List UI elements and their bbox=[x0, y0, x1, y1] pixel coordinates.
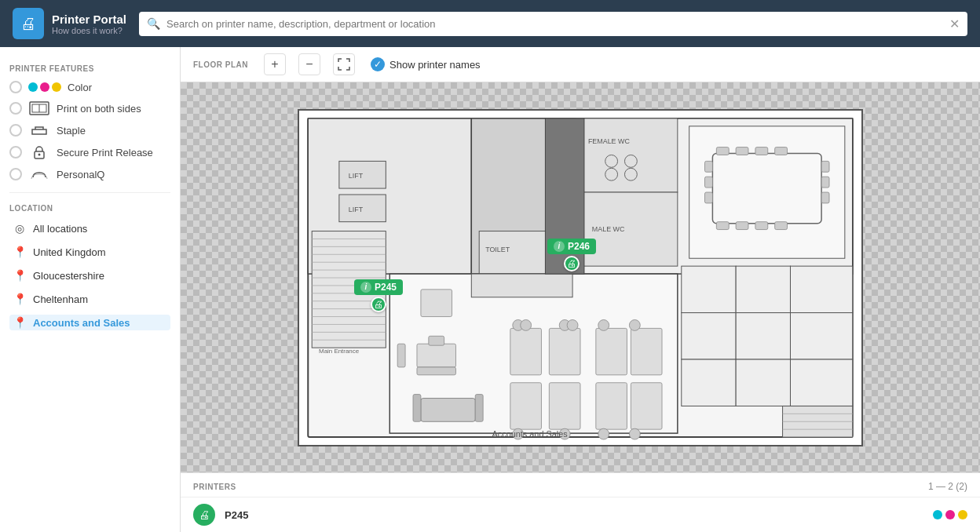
printer-row-icon-p245: 🖨 bbox=[193, 504, 215, 526]
location-cheltenham-label: Cheltenham bbox=[33, 293, 88, 305]
location-uk[interactable]: 📍 United Kingdom bbox=[9, 244, 170, 260]
svg-rect-87 bbox=[596, 382, 627, 428]
show-names-toggle[interactable]: ✓ Show printer names bbox=[371, 57, 481, 71]
feature-radio-color[interactable] bbox=[9, 81, 22, 93]
location-all-icon: ◎ bbox=[13, 222, 27, 235]
svg-rect-43 bbox=[755, 147, 768, 155]
svg-rect-63 bbox=[790, 359, 852, 406]
sidebar-divider bbox=[9, 192, 170, 193]
svg-rect-73 bbox=[421, 398, 475, 421]
logo-text: Printer Portal How does it work? bbox=[52, 13, 126, 35]
feature-radio-personalq[interactable] bbox=[9, 168, 22, 180]
location-gloucestershire-icon: 📍 bbox=[13, 269, 27, 282]
feature-item-both-sides[interactable]: Print on both sides bbox=[9, 101, 170, 115]
search-icon: 🔍 bbox=[147, 17, 160, 30]
dot-cyan bbox=[28, 82, 38, 92]
svg-rect-45 bbox=[716, 221, 729, 229]
row-dot-cyan-p245 bbox=[933, 510, 942, 519]
feature-radio-staple[interactable] bbox=[9, 124, 22, 137]
svg-point-91 bbox=[629, 319, 640, 330]
svg-rect-75 bbox=[475, 394, 483, 421]
features-section-title: PRINTER FEATURES bbox=[9, 64, 170, 73]
printer-badge-label-p245: P245 bbox=[375, 282, 397, 293]
printer-pin-p245[interactable]: 🖨 bbox=[371, 297, 386, 312]
svg-point-81 bbox=[521, 319, 532, 330]
row-dot-yellow-p245 bbox=[958, 510, 967, 519]
svg-point-83 bbox=[567, 319, 578, 330]
feature-item-secure[interactable]: Secure Print Release bbox=[9, 145, 170, 159]
location-section-title: LOCATION bbox=[9, 204, 170, 213]
floor-plan-area: FEMALE WC MALE WC TOILET LIFT LIFT bbox=[181, 82, 980, 472]
svg-rect-94 bbox=[421, 289, 452, 316]
sidebar: PRINTER FEATURES Color Print on both sid… bbox=[0, 47, 181, 532]
svg-rect-56 bbox=[736, 266, 790, 312]
svg-text:LIFT: LIFT bbox=[349, 172, 364, 180]
svg-rect-59 bbox=[736, 312, 790, 359]
printer-badge-p245[interactable]: i P245 bbox=[354, 279, 403, 295]
both-sides-icon bbox=[28, 101, 50, 115]
svg-text:MALE WC: MALE WC bbox=[592, 224, 625, 232]
staple-icon bbox=[28, 123, 50, 137]
svg-point-92 bbox=[598, 428, 609, 439]
svg-rect-46 bbox=[736, 221, 748, 229]
feature-label-color: Color bbox=[68, 82, 92, 93]
location-all-label: All locations bbox=[33, 223, 87, 235]
zoom-in-button[interactable]: + bbox=[264, 53, 286, 75]
search-input[interactable] bbox=[166, 18, 943, 30]
feature-item-color[interactable]: Color bbox=[9, 81, 170, 93]
personalq-icon bbox=[28, 167, 50, 181]
printer-marker-p245[interactable]: i P245 🖨 bbox=[354, 279, 403, 312]
location-uk-icon: 📍 bbox=[13, 246, 27, 258]
printers-section-label: PRINTERS bbox=[193, 483, 236, 491]
logo-icon: 🖨 bbox=[13, 8, 44, 39]
app-logo: 🖨 Printer Portal How does it work? bbox=[13, 8, 126, 39]
svg-rect-69 bbox=[417, 344, 456, 367]
svg-rect-79 bbox=[549, 382, 580, 428]
floor-plan-svg: FEMALE WC MALE WC TOILET LIFT LIFT bbox=[299, 111, 861, 445]
app-title: Printer Portal bbox=[52, 13, 126, 26]
printers-section: PRINTERS 1 — 2 (2) 🖨 P245 bbox=[181, 472, 980, 532]
location-accounts-label: Accounts and Sales bbox=[33, 317, 130, 329]
svg-rect-86 bbox=[596, 328, 627, 374]
feature-item-staple[interactable]: Staple bbox=[9, 123, 170, 137]
feature-item-personalq[interactable]: PersonalQ bbox=[9, 167, 170, 181]
show-names-check: ✓ bbox=[371, 57, 385, 71]
printer-pin-p246[interactable]: 🖨 bbox=[564, 256, 580, 271]
printers-count: 1 — 2 (2) bbox=[928, 481, 967, 492]
svg-rect-74 bbox=[413, 394, 421, 421]
svg-rect-96 bbox=[471, 274, 572, 297]
zoom-out-button[interactable]: − bbox=[298, 53, 320, 75]
location-gloucestershire[interactable]: 📍 Gloucestershire bbox=[9, 268, 170, 283]
app-subtitle: How does it work? bbox=[52, 26, 126, 35]
svg-text:Accounts and Sales: Accounts and Sales bbox=[492, 429, 569, 439]
dot-yellow bbox=[52, 82, 61, 92]
printer-row-p245[interactable]: 🖨 P245 bbox=[181, 497, 980, 532]
svg-rect-60 bbox=[790, 312, 852, 359]
search-bar[interactable]: 🔍 ✕ bbox=[139, 12, 967, 36]
feature-label-personalq: PersonalQ bbox=[57, 169, 104, 180]
floor-plan-label: FLOOR PLAN bbox=[193, 60, 248, 69]
printer-badge-p246[interactable]: i P246 bbox=[547, 239, 596, 254]
svg-rect-71 bbox=[417, 366, 456, 374]
svg-text:FEMALE WC: FEMALE WC bbox=[588, 137, 631, 144]
svg-rect-54 bbox=[821, 192, 829, 203]
svg-rect-41 bbox=[716, 147, 729, 155]
svg-rect-48 bbox=[775, 221, 788, 229]
floor-plan-container: FEMALE WC MALE WC TOILET LIFT LIFT bbox=[298, 109, 863, 446]
floor-toolbar: FLOOR PLAN + − ✓ Show printer names bbox=[181, 47, 980, 82]
location-accounts-sales[interactable]: 📍 Accounts and Sales bbox=[9, 315, 170, 330]
svg-point-4 bbox=[38, 154, 41, 156]
feature-radio-both-sides[interactable] bbox=[9, 102, 22, 115]
location-cheltenham[interactable]: 📍 Cheltenham bbox=[9, 291, 170, 307]
location-all[interactable]: ◎ All locations bbox=[9, 220, 170, 236]
dot-magenta bbox=[40, 82, 49, 92]
feature-radio-secure[interactable] bbox=[9, 146, 22, 159]
app-header: 🖨 Printer Portal How does it work? 🔍 ✕ bbox=[0, 0, 980, 47]
svg-rect-77 bbox=[510, 382, 542, 428]
printer-marker-p246[interactable]: i P246 🖨 bbox=[547, 239, 596, 271]
svg-rect-49 bbox=[705, 161, 713, 172]
fit-screen-button[interactable] bbox=[333, 53, 355, 75]
svg-text:TOILET: TOILET bbox=[485, 246, 510, 253]
search-close-icon[interactable]: ✕ bbox=[949, 16, 960, 31]
location-uk-label: United Kingdom bbox=[33, 246, 106, 258]
